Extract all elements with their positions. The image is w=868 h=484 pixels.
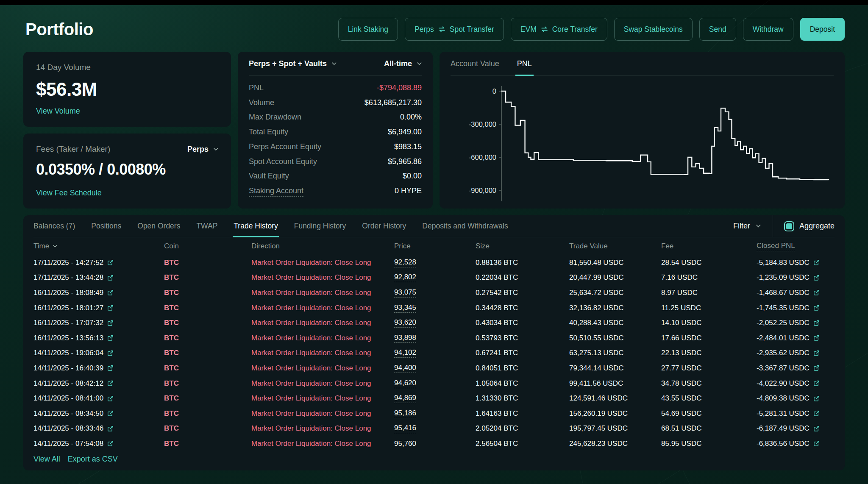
tab-account-value[interactable]: Account Value: [451, 52, 499, 75]
external-link-icon[interactable]: [107, 426, 114, 432]
external-link-icon[interactable]: [813, 275, 820, 281]
external-link-icon[interactable]: [813, 305, 820, 311]
trade-coin: BTC: [164, 289, 179, 297]
external-link-icon[interactable]: [813, 259, 820, 266]
transfer-arrows-icon: [541, 26, 548, 32]
fees-value: 0.0350% / 0.0080%: [36, 161, 218, 178]
aggregate-toggle[interactable]: Aggregate: [773, 221, 835, 231]
external-link-icon[interactable]: [107, 350, 114, 356]
tab-positions[interactable]: Positions: [91, 215, 121, 237]
external-link-icon[interactable]: [107, 259, 114, 266]
deposit-button[interactable]: Deposit: [800, 18, 845, 41]
trade-history-row: 17/11/2025 - 14:27:52BTCMarket Order Liq…: [33, 255, 835, 270]
trade-price[interactable]: 95,416: [394, 424, 416, 433]
external-link-icon[interactable]: [107, 320, 114, 326]
pnl-line: [501, 91, 829, 180]
trade-coin: BTC: [164, 334, 179, 342]
perps-spot-transfer-button[interactable]: PerpsSpot Transfer: [405, 18, 504, 41]
evm-core-transfer-button[interactable]: EVMCore Transfer: [511, 18, 607, 41]
trade-price[interactable]: 93,345: [394, 303, 416, 313]
external-link-icon[interactable]: [813, 350, 820, 356]
trade-fee: 14.10 USDC: [661, 319, 701, 327]
trade-fee: 34.78 USDC: [661, 379, 701, 388]
trade-direction: Market Order Liquidation: Close Long: [251, 409, 371, 418]
external-link-icon[interactable]: [813, 410, 820, 417]
tab-balances-7[interactable]: Balances (7): [33, 215, 75, 237]
external-link-icon[interactable]: [107, 289, 114, 296]
external-link-icon[interactable]: [813, 335, 820, 341]
view-all-link[interactable]: View All: [33, 455, 60, 464]
closed-pnl: -2,052.25 USDC: [757, 319, 810, 327]
fees-market-dropdown[interactable]: Perps: [187, 145, 218, 154]
external-link-icon[interactable]: [813, 320, 820, 326]
tab-trade-history[interactable]: Trade History: [234, 215, 278, 237]
external-link-icon[interactable]: [107, 305, 114, 311]
link-staking-button[interactable]: Link Staking: [338, 18, 398, 41]
trade-value: 195,797.45 USDC: [569, 424, 628, 433]
trade-direction: Market Order Liquidation: Close Long: [251, 394, 371, 403]
trade-value: 63,275.13 USDC: [569, 349, 624, 357]
trade-time: 17/11/2025 - 13:44:28: [33, 273, 103, 282]
withdraw-button[interactable]: Withdraw: [743, 18, 793, 41]
external-link-icon[interactable]: [107, 365, 114, 371]
tab-open-orders[interactable]: Open Orders: [137, 215, 180, 237]
tab-pnl[interactable]: PNL: [517, 52, 532, 75]
send-button[interactable]: Send: [699, 18, 736, 41]
view-volume-link[interactable]: View Volume: [36, 107, 80, 116]
view-fee-schedule-link[interactable]: View Fee Schedule: [36, 189, 102, 197]
column-header-size: Size: [476, 242, 490, 250]
trade-price[interactable]: 93,898: [394, 334, 416, 343]
column-header-closed-pnl[interactable]: Closed PNL: [757, 242, 795, 251]
tab-funding-history[interactable]: Funding History: [294, 215, 346, 237]
external-link-icon[interactable]: [813, 380, 820, 387]
closed-pnl: -3,367.87 USDC: [757, 364, 810, 373]
external-link-icon[interactable]: [107, 335, 114, 341]
trade-fee: 54.69 USDC: [661, 409, 701, 418]
table-footer: View All Export as CSV: [33, 451, 835, 466]
trade-price[interactable]: 94,869: [394, 394, 416, 403]
trade-history-row: 14/11/2025 - 07:54:08BTCMarket Order Liq…: [33, 436, 835, 451]
trade-size: 0.88136 BTC: [476, 259, 518, 267]
filter-dropdown[interactable]: Filter: [733, 222, 773, 231]
trade-price[interactable]: 95,186: [394, 409, 416, 418]
external-link-icon[interactable]: [813, 426, 820, 432]
external-link-icon[interactable]: [107, 380, 114, 387]
external-link-icon[interactable]: [813, 365, 820, 371]
external-link-icon[interactable]: [107, 440, 114, 447]
column-header-time[interactable]: Time: [33, 242, 49, 250]
trade-size: 0.27542 BTC: [476, 289, 518, 297]
chevron-down-icon: [53, 244, 57, 248]
external-link-icon[interactable]: [107, 395, 114, 402]
trade-coin: BTC: [164, 304, 179, 312]
external-link-icon[interactable]: [813, 395, 820, 402]
tab-order-history[interactable]: Order History: [362, 215, 406, 237]
stat-row-volume: Volume$613,685,217.30: [249, 98, 422, 107]
trade-value: 99,411.56 USDC: [569, 379, 623, 388]
swap-stablecoins-button[interactable]: Swap Stablecoins: [614, 18, 693, 41]
stat-row-total-equity: Total Equity$6,949.00: [249, 128, 422, 136]
trade-coin: BTC: [164, 319, 179, 327]
tab-twap[interactable]: TWAP: [196, 215, 217, 237]
trade-price[interactable]: 94,102: [394, 348, 416, 358]
trade-price[interactable]: 94,620: [394, 379, 416, 388]
external-link-icon[interactable]: [107, 275, 114, 281]
tab-deposits-and-withdrawals[interactable]: Deposits and Withdrawals: [422, 215, 508, 237]
trade-price[interactable]: 93,620: [394, 318, 416, 328]
trade-time: 14/11/2025 - 08:42:12: [33, 379, 103, 388]
trade-size: 0.43034 BTC: [476, 319, 518, 327]
trade-price[interactable]: 93,075: [394, 288, 416, 298]
trade-price[interactable]: 92,802: [394, 273, 416, 282]
aggregate-checkbox[interactable]: [784, 221, 794, 231]
period-dropdown[interactable]: All-time: [384, 59, 422, 68]
trade-fee: 43.55 USDC: [661, 394, 701, 403]
export-csv-link[interactable]: Export as CSV: [68, 455, 118, 464]
trade-fee: 28.54 USDC: [661, 259, 701, 267]
trade-price[interactable]: 92,528: [394, 258, 416, 267]
scope-dropdown[interactable]: Perps + Spot + Vaults: [249, 59, 337, 68]
external-link-icon[interactable]: [813, 289, 820, 296]
trade-coin: BTC: [164, 439, 179, 448]
external-link-icon[interactable]: [813, 440, 820, 447]
trade-direction: Market Order Liquidation: Close Long: [251, 439, 371, 448]
external-link-icon[interactable]: [107, 410, 114, 417]
trade-price[interactable]: 94,400: [394, 364, 416, 373]
